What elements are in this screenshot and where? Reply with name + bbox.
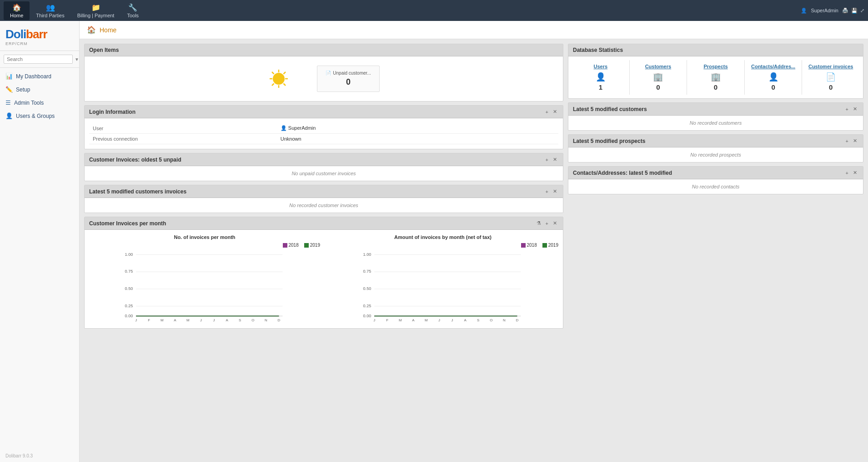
oldest-invoices-plus-btn[interactable]: + <box>544 156 550 163</box>
contacts-close-btn[interactable]: ✕ <box>852 169 858 176</box>
db-stat-users-label[interactable]: Users <box>594 64 608 69</box>
sidebar: Dolibarr ERP/CRM ▼ 📊 My Dashboard ✏️ Set… <box>0 21 80 462</box>
svg-text:S: S <box>477 318 479 322</box>
logo-sub: ERP/CRM <box>5 41 74 46</box>
latest-customers-title: Latest 5 modified customers <box>573 106 647 112</box>
latest-invoices-plus-btn[interactable]: + <box>544 188 550 195</box>
nav-home[interactable]: 🏠 Home <box>4 1 30 20</box>
tools-icon: 🔧 <box>128 3 137 12</box>
user-value: SuperAdmin <box>288 125 316 131</box>
legend-2018-b-color <box>521 243 526 248</box>
home-breadcrumb-icon: 🏠 <box>87 25 96 34</box>
contacts-header: Contacts/Addresses: latest 5 modified + … <box>568 167 863 179</box>
db-stat-customers-label[interactable]: Customers <box>645 64 671 69</box>
prev-conn-label: Previous connection <box>89 134 277 144</box>
chart2-title: Amount of invoices by month (net of tax) <box>327 234 558 240</box>
latest-customers-close-btn[interactable]: ✕ <box>852 106 858 112</box>
svg-text:N: N <box>503 318 506 322</box>
search-dropdown-icon[interactable]: ▼ <box>75 57 79 62</box>
nav-tools[interactable]: 🔧 Tools <box>120 1 145 20</box>
left-column: Open Items <box>84 44 563 329</box>
latest-prospects-plus-btn[interactable]: + <box>844 137 850 144</box>
sidebar-version: Dolibarr 9.0.3 <box>0 450 79 462</box>
db-stats-panel: Database Statistics Users 👤 1 Customers … <box>568 44 863 99</box>
sidebar-item-setup[interactable]: ✏️ Setup <box>0 83 79 96</box>
db-stat-invoices[interactable]: Customer invoices 📄 0 <box>802 60 859 95</box>
login-info-header: Login Information + ✕ <box>85 106 563 118</box>
open-items-title: Open Items <box>89 47 119 53</box>
db-stat-customers[interactable]: Customers 🏢 0 <box>630 60 687 95</box>
open-items-panel: Open Items <box>84 44 563 102</box>
db-stat-contacts[interactable]: Contacts/Addres... 👤 0 <box>745 60 803 95</box>
legend-2019: 2019 <box>304 243 320 248</box>
latest-customers-actions: + ✕ <box>844 106 858 112</box>
main-content: 🏠 Home Open Items <box>80 21 868 462</box>
db-stat-prospects-value: 0 <box>714 83 717 91</box>
nav-third-parties[interactable]: 👥 Third Parties <box>30 1 70 20</box>
svg-text:0.50: 0.50 <box>363 286 371 291</box>
oldest-invoices-close-btn[interactable]: ✕ <box>552 156 558 163</box>
latest-invoices-title: Latest 5 modified customers invoices <box>89 188 186 195</box>
user-value-cell: 👤 SuperAdmin <box>277 123 558 134</box>
filter-icon-btn[interactable]: ⚗ <box>535 220 542 227</box>
latest-invoices-close-btn[interactable]: ✕ <box>552 188 558 195</box>
db-stat-users-value: 1 <box>599 83 602 91</box>
latest-customers-plus-btn[interactable]: + <box>844 106 850 112</box>
save-icon[interactable]: 💾 <box>851 8 858 14</box>
sidebar-item-users-groups[interactable]: 👤 Users & Groups <box>0 109 79 122</box>
print-icon[interactable]: 🖨️ <box>842 8 848 14</box>
table-row: Previous connection Unknown <box>89 134 558 144</box>
db-stats-grid: Users 👤 1 Customers 🏢 0 Prospects 🏢 <box>568 56 863 98</box>
invoices-per-month-close-btn[interactable]: ✕ <box>552 220 558 227</box>
svg-text:1.00: 1.00 <box>363 252 371 257</box>
svg-text:J: J <box>213 318 215 322</box>
svg-point-0 <box>273 73 285 85</box>
legend-2018: 2018 <box>283 243 299 248</box>
svg-text:J: J <box>373 318 375 322</box>
contacts-empty: No recorded contacts <box>568 179 863 194</box>
contacts-plus-btn[interactable]: + <box>844 169 850 176</box>
login-info-close-btn[interactable]: ✕ <box>552 108 558 115</box>
svg-text:M: M <box>425 318 428 322</box>
billing-icon: 📁 <box>91 3 100 12</box>
nav-billing[interactable]: 📁 Billing | Payment <box>71 1 121 20</box>
nav-billing-label: Billing | Payment <box>77 13 115 18</box>
svg-text:0.25: 0.25 <box>125 304 133 308</box>
legend-2019-color <box>304 243 309 248</box>
latest-prospects-close-btn[interactable]: ✕ <box>852 137 858 144</box>
sidebar-logo: Dolibarr ERP/CRM <box>0 21 79 51</box>
latest-customers-header: Latest 5 modified customers + ✕ <box>568 103 863 116</box>
db-stat-contacts-label[interactable]: Contacts/Addres... <box>751 64 795 69</box>
oldest-invoices-actions: + ✕ <box>544 156 558 163</box>
db-stat-prospects-label[interactable]: Prospects <box>703 64 728 69</box>
db-stat-users[interactable]: Users 👤 1 <box>572 60 630 95</box>
svg-text:F: F <box>148 318 150 322</box>
sidebar-menu: 📊 My Dashboard ✏️ Setup ☰ Admin Tools 👤 … <box>0 68 79 124</box>
latest-prospects-actions: + ✕ <box>844 137 858 144</box>
chart2-svg: 1.00 0.75 0.50 0.25 0.00 <box>327 249 558 322</box>
top-nav-right: 👤 SuperAdmin 🖨️ 💾 ⤢ <box>801 8 864 14</box>
svg-line-6 <box>284 84 286 86</box>
svg-text:S: S <box>239 318 241 322</box>
db-stat-invoices-label[interactable]: Customer invoices <box>808 64 853 69</box>
expand-icon[interactable]: ⤢ <box>860 8 864 14</box>
sidebar-item-dashboard[interactable]: 📊 My Dashboard <box>0 70 79 83</box>
stat-label: 📄 Unpaid customer... <box>326 71 371 76</box>
sidebar-item-admin-tools[interactable]: ☰ Admin Tools <box>0 96 79 109</box>
search-input[interactable] <box>4 55 73 64</box>
db-stat-prospects[interactable]: Prospects 🏢 0 <box>687 60 745 95</box>
svg-text:M: M <box>399 318 402 322</box>
latest-prospects-title: Latest 5 modified prospects <box>573 138 645 144</box>
sun-icon <box>268 68 290 90</box>
sidebar-dashboard-label: My Dashboard <box>16 73 51 80</box>
login-info-plus-btn[interactable]: + <box>544 108 550 115</box>
db-stat-contacts-icon: 👤 <box>768 72 778 82</box>
latest-prospects-panel: Latest 5 modified prospects + ✕ No recor… <box>568 134 863 162</box>
users-groups-icon: 👤 <box>5 112 13 119</box>
invoices-per-month-plus-btn[interactable]: + <box>544 220 550 227</box>
legend-2018-label: 2018 <box>289 243 299 248</box>
svg-text:0.25: 0.25 <box>363 304 371 308</box>
svg-text:0.75: 0.75 <box>125 269 133 274</box>
latest-customers-empty: No recorded customers <box>568 116 863 130</box>
legend-2019-b-color <box>542 243 547 248</box>
